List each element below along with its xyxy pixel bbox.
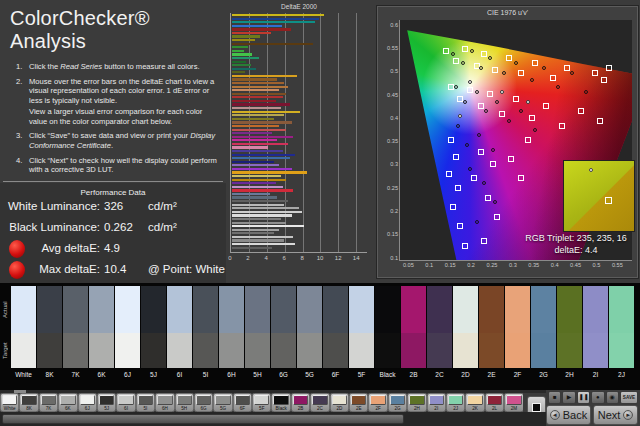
deltae-bar[interactable] <box>232 121 292 123</box>
deltae-bar[interactable] <box>232 175 281 177</box>
deltae-plot-area[interactable] <box>230 13 367 253</box>
deltae-bar[interactable] <box>232 118 274 120</box>
comparator-patch-6F[interactable]: 6F <box>323 286 348 381</box>
comparator-patch-5J[interactable]: 5J <box>141 286 166 381</box>
deltae-bar[interactable] <box>232 207 299 209</box>
deltae-bar[interactable] <box>232 75 297 77</box>
patch-button-6G[interactable]: 6G <box>194 393 213 412</box>
deltae-bar[interactable] <box>232 46 248 48</box>
deltae-bar[interactable] <box>232 225 304 227</box>
comparator-patch-6I[interactable]: 6I <box>167 286 192 381</box>
back-button[interactable]: ◄ Back <box>546 405 591 425</box>
patch-button-6K[interactable]: 6K <box>58 393 77 412</box>
deltae-bar[interactable] <box>232 193 270 195</box>
deltae-bar[interactable] <box>232 229 279 231</box>
deltae-bar[interactable] <box>232 150 283 152</box>
record-button[interactable]: ● <box>591 391 604 404</box>
comparator-patch-2I[interactable]: 2I <box>583 286 608 381</box>
comparator-patch-6K[interactable]: 6K <box>89 286 114 381</box>
deltae-bar[interactable] <box>232 196 277 198</box>
deltae-bar[interactable] <box>232 39 255 41</box>
comparator-patch-2E[interactable]: 2E <box>479 286 504 381</box>
deltae-bar[interactable] <box>232 222 286 224</box>
deltae-bar[interactable] <box>232 100 276 102</box>
comparator-patch-2J[interactable]: 2J <box>609 286 634 381</box>
patch-button-2F[interactable]: 2F <box>368 393 387 412</box>
deltae-bar[interactable] <box>232 164 279 166</box>
deltae-bar[interactable] <box>232 82 284 84</box>
deltae-bar[interactable] <box>232 53 252 55</box>
deltae-bar[interactable] <box>232 143 288 145</box>
comparator-patch-5F[interactable]: 5F <box>349 286 374 381</box>
comparator-patch-5H[interactable]: 5H <box>245 286 270 381</box>
patch-button-2K[interactable]: 2K <box>465 393 484 412</box>
deltae-bar[interactable] <box>232 25 282 27</box>
deltae-bar[interactable] <box>232 239 284 241</box>
deltae-bar[interactable] <box>232 129 286 131</box>
deltae-bar[interactable] <box>232 204 284 206</box>
comparator-patch-2C[interactable]: 2C <box>427 286 452 381</box>
comparator-patch-2B[interactable]: 2B <box>401 286 426 381</box>
comparator-patch-5I[interactable]: 5I <box>193 286 218 381</box>
deltae-bar[interactable] <box>232 171 307 173</box>
comparator-patch-White[interactable]: White <box>11 286 36 381</box>
patch-button-5I[interactable]: 5I <box>136 393 155 412</box>
patch-button-5F[interactable]: 5F <box>252 393 271 412</box>
save-button[interactable]: SAVE <box>620 391 638 404</box>
deltae-bar[interactable] <box>232 111 300 113</box>
deltae-bar[interactable] <box>232 35 260 37</box>
deltae-bar[interactable] <box>232 71 245 73</box>
deltae-bar[interactable] <box>232 139 277 141</box>
patch-button-2H[interactable]: 2H <box>407 393 426 412</box>
patch-button-7K[interactable]: 7K <box>39 393 58 412</box>
deltae-bar[interactable] <box>232 114 284 116</box>
deltae-bar[interactable] <box>232 32 271 34</box>
patch-button-6F[interactable]: 6F <box>233 393 252 412</box>
patch-button-5J[interactable]: 5J <box>97 393 116 412</box>
patch-button-2I[interactable]: 2I <box>427 393 446 412</box>
deltae-bar[interactable] <box>232 28 291 30</box>
deltae-bar[interactable] <box>232 61 246 63</box>
comparator-patch-2F[interactable]: 2F <box>505 286 530 381</box>
patch-button-2E[interactable]: 2E <box>349 393 368 412</box>
deltae-bar[interactable] <box>232 96 283 98</box>
deltae-bar[interactable] <box>232 50 244 52</box>
horizontal-scrollbar[interactable] <box>0 412 546 426</box>
deltae-bar[interactable] <box>232 168 292 170</box>
deltae-bar[interactable] <box>232 179 286 181</box>
deltae-bar[interactable] <box>232 132 272 134</box>
deltae-bar[interactable] <box>232 68 256 70</box>
patch-button-5G[interactable]: 5G <box>213 393 232 412</box>
patch-button-2J[interactable]: 2J <box>446 393 465 412</box>
deltae-bar[interactable] <box>232 157 290 159</box>
comparator-patch-2D[interactable]: 2D <box>453 286 478 381</box>
eject-button[interactable]: ◉ <box>606 391 619 404</box>
deltae-bar[interactable] <box>232 161 274 163</box>
deltae-bar[interactable] <box>232 236 293 238</box>
play-button[interactable]: ▶ <box>562 391 575 404</box>
patch-button-5H[interactable]: 5H <box>175 393 194 412</box>
deltae-bar[interactable] <box>232 125 279 127</box>
deltae-error-bars[interactable] <box>232 14 367 251</box>
comparator-patch-2G[interactable]: 2G <box>531 286 556 381</box>
patch-button-6I[interactable]: 6I <box>116 393 135 412</box>
deltae-bar[interactable] <box>232 78 277 80</box>
deltae-bar[interactable] <box>232 103 290 105</box>
deltae-bar[interactable] <box>232 211 302 213</box>
deltae-bar[interactable] <box>232 247 272 249</box>
patch-button-2D[interactable]: 2D <box>330 393 349 412</box>
patch-button-6J[interactable]: 6J <box>78 393 97 412</box>
deltae-bar[interactable] <box>232 21 315 23</box>
deltae-bar[interactable] <box>232 232 274 234</box>
deltae-bar[interactable] <box>232 214 292 216</box>
deltae-bar[interactable] <box>232 93 286 95</box>
stop-button[interactable]: ■ <box>548 391 561 404</box>
pause-button[interactable]: ❚❚ <box>577 391 590 404</box>
deltae-bar[interactable] <box>232 200 288 202</box>
deltae-bar[interactable] <box>232 186 283 188</box>
comparator-patch-6J[interactable]: 6J <box>115 286 140 381</box>
comparator-patch-5G[interactable]: 5G <box>297 286 322 381</box>
deltae-bar[interactable] <box>232 86 288 88</box>
comparator-patch-8K[interactable]: 8K <box>37 286 62 381</box>
patch-button-2L[interactable]: 2L <box>485 393 504 412</box>
